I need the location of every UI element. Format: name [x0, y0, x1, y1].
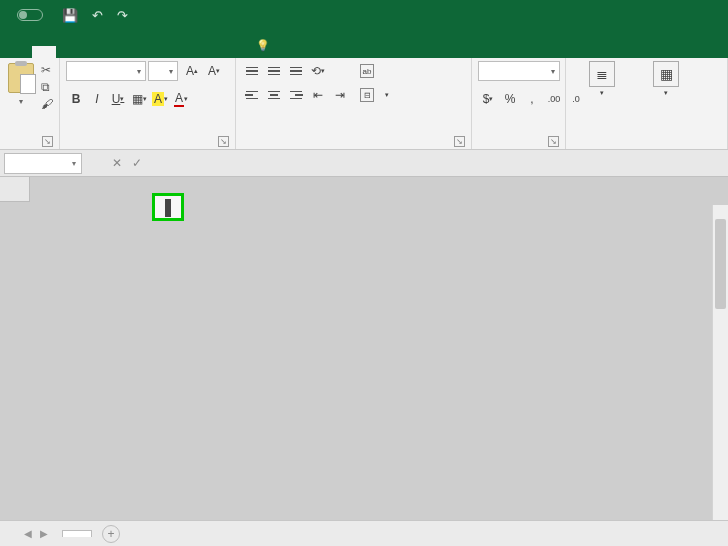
chevron-down-icon: ▾ [169, 67, 173, 76]
bold-button[interactable]: B [66, 89, 86, 109]
wrap-text-icon: ab [360, 64, 374, 78]
tab-page-layout[interactable] [80, 46, 104, 58]
name-box[interactable]: ▾ [4, 153, 82, 174]
group-font: ▾ ▾ A▴ A▾ B I U▾ ▦▾ A▾ A▾ ↘ [60, 58, 236, 149]
sheet-tab-sheet1[interactable] [62, 530, 92, 537]
paste-button[interactable]: ▾ [6, 61, 35, 106]
group-clipboard-label: ↘ [6, 144, 53, 149]
save-icon[interactable]: 💾 [62, 8, 78, 23]
tab-file[interactable] [8, 46, 32, 58]
group-styles: ≣ ▾ ▦ ▾ [566, 58, 728, 149]
autosave-toggle[interactable] [12, 9, 48, 21]
orientation-button[interactable]: ⟲▾ [308, 61, 328, 81]
tab-data[interactable] [128, 46, 152, 58]
tab-formulas[interactable] [104, 46, 128, 58]
ribbon-tabs [0, 30, 728, 58]
font-size-select[interactable]: ▾ [148, 61, 178, 81]
format-as-table-button[interactable]: ▦ ▾ [636, 61, 696, 97]
align-bottom-button[interactable] [286, 61, 306, 81]
tab-view[interactable] [176, 46, 200, 58]
tab-insert[interactable] [56, 46, 80, 58]
tell-me-search[interactable] [256, 38, 274, 58]
bulb-icon [256, 38, 270, 52]
align-right-button[interactable] [286, 85, 306, 105]
scrollbar-thumb[interactable] [715, 219, 726, 309]
group-styles-label [572, 144, 721, 149]
font-color-button[interactable]: A▾ [171, 89, 191, 109]
underline-button[interactable]: U▾ [108, 89, 128, 109]
group-clipboard: ▾ ✂ ⧉ 🖌 ↘ [0, 58, 60, 149]
group-number-label: ↘ [478, 144, 559, 149]
conditional-formatting-button[interactable]: ≣ ▾ [572, 61, 632, 97]
vertical-scrollbar[interactable] [712, 205, 728, 520]
cancel-formula-icon[interactable]: ✕ [112, 156, 122, 170]
percent-format-button[interactable]: % [500, 89, 520, 109]
format-as-table-icon: ▦ [653, 61, 679, 87]
quick-access-toolbar: 💾 ↶ ↷ [62, 8, 128, 23]
ribbon: ▾ ✂ ⧉ 🖌 ↘ ▾ ▾ A▴ A▾ B I U▾ [0, 58, 728, 150]
group-alignment: ⟲▾ ⇤ ⇥ ab ⊟▾ ↘ [236, 58, 472, 149]
chevron-down-icon: ▾ [72, 159, 76, 168]
number-format-select[interactable]: ▾ [478, 61, 560, 81]
sheet-nav-prev-icon[interactable]: ◀ [24, 528, 32, 539]
undo-icon[interactable]: ↶ [92, 8, 103, 23]
increase-font-icon[interactable]: A▴ [182, 61, 202, 81]
tab-developer[interactable] [200, 46, 224, 58]
chevron-down-icon: ▾ [137, 67, 141, 76]
increase-decimal-button[interactable]: .00 [544, 89, 564, 109]
select-all-corner[interactable] [0, 177, 30, 202]
clipboard-launcher-icon[interactable]: ↘ [42, 136, 53, 147]
group-number: ▾ $▾ % , .00 .0 ↘ [472, 58, 566, 149]
align-center-button[interactable] [264, 85, 284, 105]
merge-icon: ⊟ [360, 88, 374, 102]
decrease-font-icon[interactable]: A▾ [204, 61, 224, 81]
redo-icon[interactable]: ↷ [117, 8, 128, 23]
align-left-button[interactable] [242, 85, 262, 105]
format-painter-icon[interactable]: 🖌 [41, 97, 53, 111]
sheet-nav-next-icon[interactable]: ▶ [40, 528, 48, 539]
formula-input[interactable] [162, 153, 728, 174]
fill-color-button[interactable]: A▾ [150, 89, 170, 109]
copy-icon[interactable]: ⧉ [41, 80, 53, 94]
tab-addins[interactable] [224, 46, 248, 58]
paste-icon [8, 63, 34, 93]
merge-center-button[interactable]: ⊟▾ [360, 85, 389, 105]
title-bar: 💾 ↶ ↷ [0, 0, 728, 30]
number-launcher-icon[interactable]: ↘ [548, 136, 559, 147]
tab-home[interactable] [32, 46, 56, 58]
alignment-launcher-icon[interactable]: ↘ [454, 136, 465, 147]
font-launcher-icon[interactable]: ↘ [218, 136, 229, 147]
decrease-indent-button[interactable]: ⇤ [308, 85, 328, 105]
sheet-tab-bar: ◀ ▶ + [0, 520, 728, 546]
chevron-down-icon: ▾ [551, 67, 555, 76]
group-alignment-label: ↘ [242, 144, 465, 149]
autosave-switch-icon [17, 9, 43, 21]
wrap-text-button[interactable]: ab [360, 61, 389, 81]
italic-button[interactable]: I [87, 89, 107, 109]
font-name-select[interactable]: ▾ [66, 61, 146, 81]
increase-indent-button[interactable]: ⇥ [330, 85, 350, 105]
conditional-formatting-icon: ≣ [589, 61, 615, 87]
comma-format-button[interactable]: , [522, 89, 542, 109]
borders-button[interactable]: ▦▾ [129, 89, 149, 109]
align-top-button[interactable] [242, 61, 262, 81]
cut-icon[interactable]: ✂ [41, 63, 53, 77]
add-sheet-button[interactable]: + [102, 525, 120, 543]
tab-review[interactable] [152, 46, 176, 58]
accounting-format-button[interactable]: $▾ [478, 89, 498, 109]
enter-formula-icon[interactable]: ✓ [132, 156, 142, 170]
column-resize-cursor-highlight [152, 193, 184, 221]
align-middle-button[interactable] [264, 61, 284, 81]
formula-bar: ▾ ✕ ✓ [0, 150, 728, 177]
group-font-label: ↘ [66, 144, 229, 149]
